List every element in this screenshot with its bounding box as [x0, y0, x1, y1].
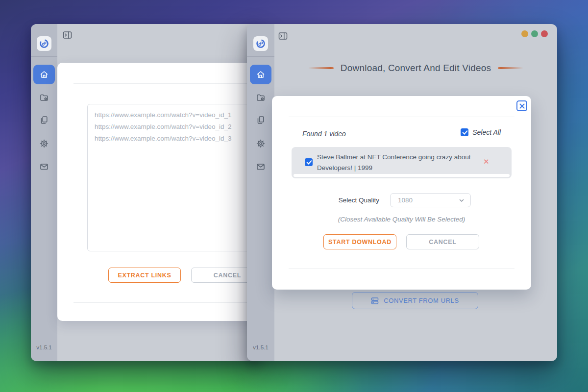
select-all-checkbox[interactable]	[461, 128, 468, 136]
sidebar-divider	[247, 56, 274, 57]
sidebar-item-settings[interactable]	[39, 139, 49, 148]
sidebar-item-settings[interactable]	[256, 139, 266, 148]
desktop-wallpaper: v1.5.1 EXTRACT LINKS CANCEL	[0, 0, 588, 392]
extract-links-button[interactable]: EXTRACT LINKS	[108, 268, 181, 283]
remove-video-icon[interactable]: ✕	[483, 157, 490, 166]
quality-selected-value: 1080	[398, 196, 459, 204]
page-title: Download, Convert And Edit Videos	[341, 63, 491, 74]
version-label: v1.5.1	[31, 344, 57, 350]
sidebar-footer-divider	[247, 331, 274, 331]
copy-documents-icon	[256, 115, 266, 125]
gear-icon	[256, 139, 266, 148]
cancel-button[interactable]: CANCEL	[406, 234, 479, 249]
app-logo	[37, 36, 51, 51]
sidebar-item-downloads[interactable]	[256, 93, 266, 102]
chevron-down-icon	[459, 197, 465, 203]
gear-icon	[39, 139, 49, 148]
sidebar-item-downloads[interactable]	[39, 93, 49, 102]
sidebar-item-home[interactable]	[33, 65, 55, 84]
server-stack-icon	[371, 297, 379, 305]
panel-expand-icon	[63, 30, 72, 40]
card-footer-divider	[74, 302, 261, 303]
app-logo-icon	[255, 38, 266, 49]
minimize-button[interactable]	[521, 30, 528, 37]
modal-header-divider	[289, 117, 514, 117]
urls-input[interactable]	[87, 104, 261, 251]
found-count-label: Found 1 video	[302, 130, 346, 138]
window-main: v1.5.1 Download, Convert And Edit Videos	[247, 24, 557, 361]
title-ornament-right	[498, 67, 523, 69]
convert-from-urls-button[interactable]: CONVERT FROM URLS	[352, 292, 478, 309]
mail-icon	[39, 162, 49, 172]
version-label: v1.5.1	[247, 344, 274, 350]
quality-select[interactable]: 1080	[390, 193, 471, 207]
sidebar: v1.5.1	[31, 24, 57, 361]
panel-expand-icon	[278, 31, 288, 41]
folder-settings-icon	[39, 93, 49, 102]
found-videos-modal: Found 1 video Select All Steve Ballmer a…	[272, 96, 531, 290]
sidebar-item-contact[interactable]	[39, 162, 49, 172]
start-download-button[interactable]: START DOWNLOAD	[323, 234, 396, 249]
video-checkbox[interactable]	[305, 158, 313, 166]
window-controls	[521, 30, 548, 37]
video-title: Steve Ballmer at NET Conference going cr…	[317, 152, 477, 173]
title-ornament-left	[308, 67, 334, 69]
select-all-control[interactable]: Select All	[461, 128, 501, 136]
quality-helper-text: (Closest Available Quality Will Be Selec…	[272, 216, 531, 223]
copy-documents-icon	[39, 115, 49, 125]
quality-label: Select Quality	[272, 196, 379, 204]
sidebar-item-contact[interactable]	[256, 162, 266, 172]
sidebar-item-batch[interactable]	[256, 115, 266, 125]
home-icon	[39, 70, 49, 79]
sidebar: v1.5.1	[247, 24, 274, 361]
card-header-divider	[74, 83, 261, 84]
mail-icon	[256, 162, 266, 172]
home-icon	[256, 70, 266, 79]
sidebar-toggle-button[interactable]	[63, 30, 72, 40]
sidebar-item-home[interactable]	[250, 65, 271, 84]
modal-close-button[interactable]	[516, 100, 527, 111]
horizontal-scrollbar[interactable]	[294, 174, 510, 177]
sidebar-divider	[31, 56, 57, 57]
sidebar-toggle-button[interactable]	[278, 31, 288, 41]
page-title-row: Download, Convert And Edit Videos	[274, 62, 557, 74]
app-logo	[253, 36, 268, 51]
select-all-label: Select All	[472, 128, 501, 136]
sidebar-footer-divider	[31, 331, 57, 331]
close-icon	[519, 103, 525, 109]
modal-footer-divider	[289, 268, 514, 269]
video-list-item[interactable]: Steve Ballmer at NET Conference going cr…	[292, 147, 512, 178]
folder-settings-icon	[256, 93, 266, 102]
sidebar-item-batch[interactable]	[39, 115, 49, 125]
window-convert-urls: v1.5.1 EXTRACT LINKS CANCEL	[31, 24, 261, 361]
convert-from-urls-label: CONVERT FROM URLS	[384, 297, 459, 304]
maximize-button[interactable]	[531, 30, 538, 37]
close-window-button[interactable]	[541, 30, 548, 37]
convert-urls-card: EXTRACT LINKS CANCEL	[57, 63, 261, 321]
app-logo-icon	[39, 38, 49, 49]
